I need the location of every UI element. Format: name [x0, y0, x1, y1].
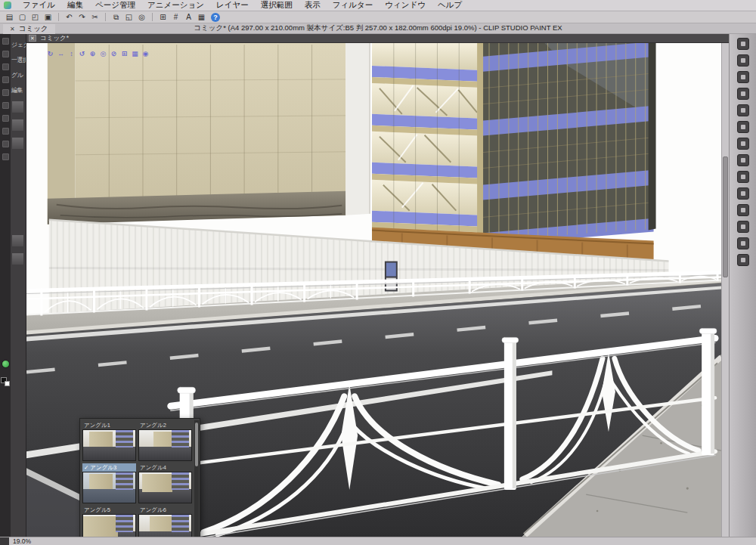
- menu-item-selection[interactable]: 選択範囲: [255, 0, 299, 11]
- angle-preset-thumbnail[interactable]: [138, 472, 192, 503]
- check-icon: ✓: [84, 464, 88, 471]
- angle-preset-thumbnail[interactable]: [138, 429, 192, 461]
- menu-item-file[interactable]: ファイル: [17, 0, 61, 11]
- sub-tool-thumbnail[interactable]: [12, 235, 23, 246]
- redo-icon[interactable]: ↷: [76, 12, 88, 23]
- tool-icon[interactable]: [2, 89, 9, 96]
- sub-tool-panel: ジェクト 一選択 グル 編集: [11, 34, 26, 537]
- scrollbar-thumb[interactable]: [195, 423, 198, 466]
- tool-icon[interactable]: [2, 128, 9, 135]
- cut-icon[interactable]: ✂: [89, 12, 101, 23]
- angle-preset-item-selected[interactable]: ✓アングル3: [82, 463, 136, 503]
- object-move-icon[interactable]: ⊕: [88, 49, 98, 59]
- palette-tab-icon[interactable]: [737, 121, 749, 133]
- canvas-close-icon[interactable]: ✕: [29, 35, 36, 42]
- open-file-icon[interactable]: ◰: [29, 12, 41, 23]
- save-icon[interactable]: ▣: [42, 12, 54, 23]
- sub-tool-label-edit[interactable]: 編集: [11, 86, 26, 94]
- angle-preset-label: ✓アングル3: [82, 463, 136, 472]
- tool-icon[interactable]: [2, 76, 9, 83]
- canvas-vertical-scrollbar[interactable]: [721, 43, 729, 537]
- palette-tab-icon[interactable]: [737, 187, 749, 200]
- angle-preset-item[interactable]: アングル5: [82, 506, 136, 537]
- menu-item-window[interactable]: ウィンドウ: [379, 0, 432, 11]
- beige-building: [48, 43, 370, 225]
- object-rotate-x-icon[interactable]: ⊘: [109, 49, 119, 59]
- tool-icon[interactable]: [2, 115, 9, 122]
- canvas-viewport[interactable]: ↻ ↔ ↕ ↺ ⊕ ◎ ⊘ ⊞ ▦ ◉ アングル1 ア: [26, 43, 729, 537]
- palette-tab-icon[interactable]: [737, 171, 749, 183]
- menu-item-help[interactable]: ヘルプ: [432, 0, 468, 11]
- menu-item-edit[interactable]: 編集: [61, 0, 89, 11]
- angle-preset-item[interactable]: アングル2: [138, 421, 192, 461]
- menu-item-animation[interactable]: アニメーション: [141, 0, 210, 11]
- angle-preset-item[interactable]: アングル4: [138, 463, 192, 503]
- new-canvas-icon[interactable]: ▢: [17, 12, 28, 23]
- menu-item-filter[interactable]: フィルター: [327, 0, 379, 11]
- sub-tool-label-layer-select[interactable]: 一選択: [11, 56, 26, 64]
- menu-icon[interactable]: ▤: [4, 12, 15, 23]
- palette-tab-icon[interactable]: [737, 154, 749, 166]
- status-bar: 19.0%: [0, 537, 756, 545]
- angle-preset-thumbnail[interactable]: [82, 429, 136, 461]
- angle-preset-item[interactable]: アングル6: [138, 506, 192, 537]
- camera-rotate-icon[interactable]: ↻: [45, 49, 55, 59]
- sub-tool-thumbnail[interactable]: [12, 119, 23, 131]
- tool-icon[interactable]: [2, 141, 9, 147]
- tool-icon[interactable]: [2, 63, 9, 70]
- window-title: コミック* (A4 297.00 x 210.00mm 製本サイズ:B5 判 2…: [0, 23, 756, 33]
- palette-tab-icon[interactable]: [737, 71, 749, 83]
- light-setting-icon[interactable]: ◉: [141, 49, 150, 59]
- color-swatches[interactable]: [1, 377, 10, 386]
- material-icon[interactable]: ▦: [196, 12, 207, 23]
- scrollbar-thumb[interactable]: [723, 156, 728, 277]
- object-snap-icon[interactable]: ⊞: [119, 49, 129, 59]
- sub-tool-thumbnail[interactable]: [12, 253, 23, 265]
- text-tool-icon[interactable]: A: [183, 12, 194, 23]
- palette-tab-icon[interactable]: [737, 104, 749, 116]
- sub-tool-label-object[interactable]: ジェクト: [11, 41, 26, 49]
- sub-tool-thumbnail[interactable]: [12, 138, 23, 149]
- sub-tool-thumbnail[interactable]: [12, 101, 23, 113]
- menu-item-view[interactable]: 表示: [299, 0, 327, 11]
- grid-icon[interactable]: ⊞: [157, 12, 169, 23]
- palette-tab-icon[interactable]: [737, 138, 749, 150]
- document-tab[interactable]: ✕ コミック: [3, 24, 55, 34]
- zoom-tool-icon[interactable]: ◎: [136, 12, 147, 23]
- camera-zoom-icon[interactable]: ↕: [67, 49, 76, 59]
- angle-preset-label: アングル4: [138, 463, 192, 472]
- camera-pan-icon[interactable]: ↔: [56, 49, 66, 59]
- tool-icon[interactable]: [2, 153, 9, 160]
- tab-close-icon[interactable]: ✕: [10, 26, 15, 33]
- tool-icon[interactable]: [2, 51, 9, 57]
- snap-icon[interactable]: #: [170, 12, 181, 23]
- help-icon[interactable]: ?: [211, 13, 220, 22]
- tool-icon[interactable]: [2, 102, 9, 109]
- tool-icon[interactable]: [2, 38, 9, 45]
- palette-tab-icon[interactable]: [737, 254, 749, 266]
- palette-tab-icon[interactable]: [737, 237, 749, 249]
- object-rotate-y-icon[interactable]: ◎: [98, 49, 108, 59]
- sub-tool-label-angle[interactable]: グル: [11, 71, 26, 79]
- document-tab-label: コミック: [19, 24, 48, 34]
- palette-tab-icon[interactable]: [737, 221, 749, 233]
- angle-preset-item[interactable]: アングル1: [82, 421, 136, 461]
- camera-roll-icon[interactable]: ↺: [77, 49, 87, 59]
- angle-preset-thumbnail[interactable]: [138, 514, 192, 537]
- copy-icon[interactable]: ⧉: [110, 12, 122, 23]
- undo-icon[interactable]: ↶: [64, 12, 75, 23]
- palette-tab-icon[interactable]: [737, 38, 749, 50]
- palette-tab-icon[interactable]: [737, 88, 749, 100]
- sub-color-swatch[interactable]: [5, 381, 10, 386]
- menu-item-page-management[interactable]: ページ管理: [89, 0, 141, 11]
- render-mode-icon[interactable]: ▦: [130, 49, 140, 59]
- angle-preset-thumbnail[interactable]: [82, 514, 136, 537]
- angle-preset-thumbnail[interactable]: [82, 472, 136, 503]
- palette-tab-icon[interactable]: [737, 204, 749, 216]
- panel-scrollbar[interactable]: [194, 420, 199, 537]
- menu-item-layer[interactable]: レイヤー: [210, 0, 255, 11]
- palette-tab-icon[interactable]: [737, 54, 749, 67]
- current-color-indicator[interactable]: [2, 360, 10, 368]
- status-corner-icon: [0, 537, 9, 545]
- paste-icon[interactable]: ◱: [123, 12, 135, 23]
